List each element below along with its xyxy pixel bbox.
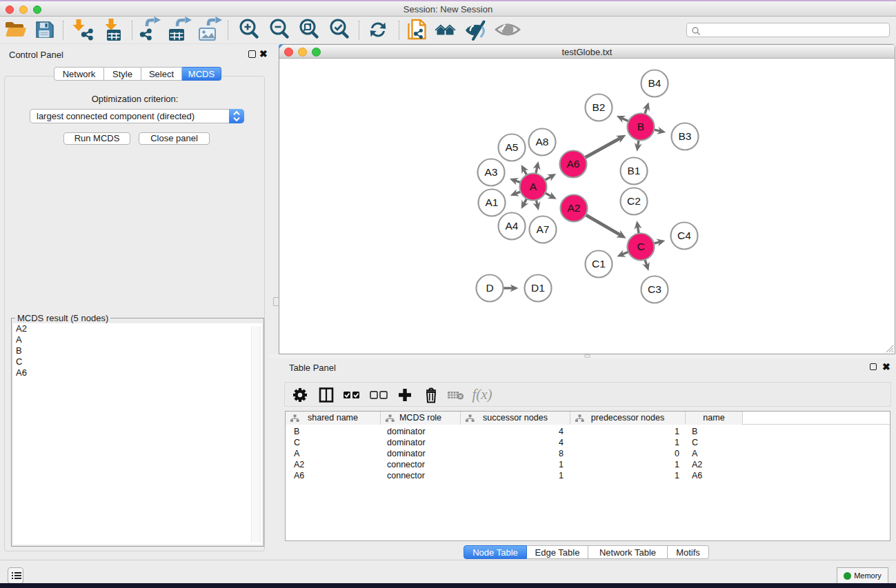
- svg-text:A: A: [530, 181, 537, 192]
- svg-text:B4: B4: [648, 77, 661, 89]
- svg-text:B2: B2: [593, 101, 606, 113]
- svg-text:B: B: [637, 121, 644, 132]
- svg-text:A7: A7: [537, 223, 550, 235]
- svg-text:A8: A8: [536, 136, 549, 148]
- svg-text:f(x): f(x): [472, 386, 492, 403]
- svg-text:A2: A2: [568, 202, 581, 214]
- svg-text:B3: B3: [679, 130, 692, 142]
- svg-text:C3: C3: [648, 283, 661, 295]
- svg-text:A6: A6: [567, 158, 580, 170]
- svg-text:C4: C4: [677, 230, 691, 241]
- svg-text:C: C: [637, 241, 644, 252]
- svg-text:A5: A5: [506, 141, 519, 153]
- svg-text:C1: C1: [592, 258, 606, 270]
- svg-text:A3: A3: [485, 166, 498, 178]
- svg-text:C2: C2: [627, 195, 641, 207]
- svg-text:D1: D1: [531, 282, 545, 294]
- svg-text:B1: B1: [628, 165, 641, 176]
- svg-text:D: D: [486, 282, 493, 294]
- svg-text:A4: A4: [506, 220, 519, 232]
- svg-text:A1: A1: [486, 196, 499, 208]
